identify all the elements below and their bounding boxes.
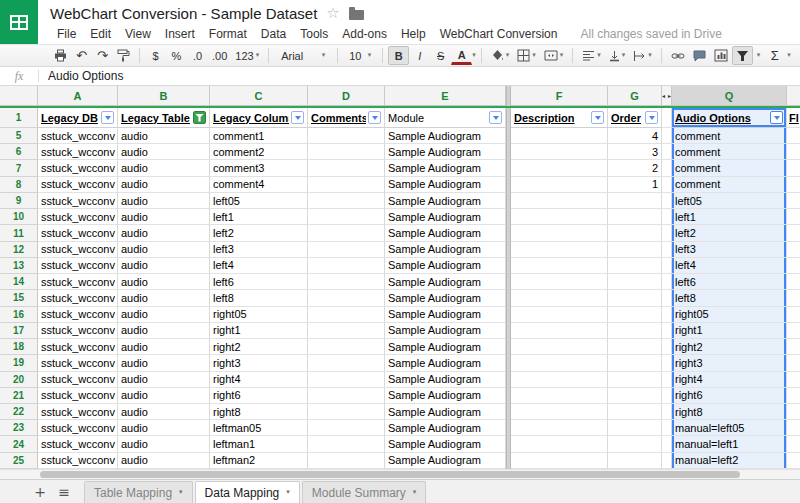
cell-b8[interactable]: audio	[118, 177, 210, 193]
cell-partial-18[interactable]	[787, 339, 800, 355]
cell-c5[interactable]: comment1	[210, 128, 308, 144]
header-cell-a1[interactable]: Legacy DB	[38, 108, 118, 128]
increase-decimals-button[interactable]: .00	[208, 46, 231, 65]
cell-d21[interactable]	[308, 388, 385, 404]
cell-partial-20[interactable]	[787, 372, 800, 388]
cell-f21[interactable]	[511, 388, 608, 404]
cell-f11[interactable]	[511, 225, 608, 241]
cell-e22[interactable]: Sample Audiogram	[385, 404, 506, 420]
merge-cells-button[interactable]: ▾	[540, 46, 568, 65]
cell-c9[interactable]: left05	[210, 193, 308, 209]
cell-a8[interactable]: sstuck_wcconv	[38, 177, 118, 193]
cell-d23[interactable]	[308, 420, 385, 436]
cell-a25[interactable]: sstuck_wcconv	[38, 453, 118, 469]
cell-d12[interactable]	[308, 242, 385, 258]
cell-partial-13[interactable]	[787, 258, 800, 274]
cell-partial-7[interactable]	[787, 160, 800, 176]
cell-d16[interactable]	[308, 307, 385, 323]
cell-g7[interactable]: 2	[608, 160, 662, 176]
cell-b24[interactable]: audio	[118, 436, 210, 452]
cell-g8[interactable]: 1	[608, 177, 662, 193]
cell-f17[interactable]	[511, 323, 608, 339]
cell-g19[interactable]	[608, 355, 662, 371]
cell-partial-6[interactable]	[787, 144, 800, 160]
horizontal-align-button[interactable]: ▾	[578, 46, 605, 65]
cell-a18[interactable]: sstuck_wcconv	[38, 339, 118, 355]
cell-d25[interactable]	[308, 453, 385, 469]
horizontal-scrollbar-thumb[interactable]	[40, 471, 740, 478]
insert-comment-button[interactable]	[689, 46, 710, 65]
cell-e23[interactable]: Sample Audiogram	[385, 420, 506, 436]
cell-q14[interactable]: left6	[672, 274, 787, 290]
cell-f7[interactable]	[511, 160, 608, 176]
menu-format[interactable]: Format	[202, 27, 254, 41]
cell-f10[interactable]	[511, 209, 608, 225]
cell-d22[interactable]	[308, 404, 385, 420]
cell-f19[interactable]	[511, 355, 608, 371]
tab-data-mapping[interactable]: Data Mapping▾	[195, 481, 300, 503]
cell-partial-17[interactable]	[787, 323, 800, 339]
cell-e10[interactable]: Sample Audiogram	[385, 209, 506, 225]
cell-c14[interactable]: left6	[210, 274, 308, 290]
cell-partial-25[interactable]	[787, 453, 800, 469]
cell-a17[interactable]: sstuck_wcconv	[38, 323, 118, 339]
cell-e6[interactable]: Sample Audiogram	[385, 144, 506, 160]
cell-a21[interactable]: sstuck_wcconv	[38, 388, 118, 404]
hidden-columns-left-arrow-icon[interactable]: ◂	[662, 92, 665, 99]
borders-button[interactable]: ▾	[513, 46, 540, 65]
cell-q7[interactable]: comment	[672, 160, 787, 176]
cell-g24[interactable]	[608, 436, 662, 452]
menu-webchart-conversion[interactable]: WebChart Conversion	[433, 27, 565, 41]
row-number[interactable]: 1	[0, 108, 38, 128]
cell-c10[interactable]: left1	[210, 209, 308, 225]
tab-menu-chevron-icon[interactable]: ▾	[413, 489, 417, 496]
cell-e8[interactable]: Sample Audiogram	[385, 177, 506, 193]
print-button[interactable]	[50, 46, 71, 65]
row-number[interactable]: 25	[0, 453, 38, 469]
cell-partial-24[interactable]	[787, 436, 800, 452]
column-header-g[interactable]: G	[608, 86, 662, 106]
row-number[interactable]: 10	[0, 209, 38, 225]
cell-partial-16[interactable]	[787, 307, 800, 323]
cell-q15[interactable]: left8	[672, 290, 787, 306]
cell-g21[interactable]	[608, 388, 662, 404]
cell-q12[interactable]: left3	[672, 242, 787, 258]
cell-b12[interactable]: audio	[118, 242, 210, 258]
cell-c15[interactable]: left8	[210, 290, 308, 306]
cell-g11[interactable]	[608, 225, 662, 241]
cell-b6[interactable]: audio	[118, 144, 210, 160]
fill-color-button[interactable]: ▾	[487, 46, 514, 65]
doc-title[interactable]: WebChart Conversion - Sample Dataset	[50, 5, 317, 22]
cell-f6[interactable]	[511, 144, 608, 160]
cell-a5[interactable]: sstuck_wcconv	[38, 128, 118, 144]
cell-e12[interactable]: Sample Audiogram	[385, 242, 506, 258]
row-number[interactable]: 19	[0, 355, 38, 371]
cell-partial-12[interactable]	[787, 242, 800, 258]
cell-q16[interactable]: right05	[672, 307, 787, 323]
sheets-logo-icon[interactable]	[0, 0, 38, 44]
cell-q8[interactable]: comment	[672, 177, 787, 193]
cell-q25[interactable]: manual=left2	[672, 453, 787, 469]
tab-table-mapping[interactable]: Table Mapping▾	[84, 481, 193, 503]
cell-d6[interactable]	[308, 144, 385, 160]
cell-q17[interactable]: right1	[672, 323, 787, 339]
cell-q20[interactable]: right4	[672, 372, 787, 388]
cell-q5[interactable]: comment	[672, 128, 787, 144]
cell-b14[interactable]: audio	[118, 274, 210, 290]
cell-b10[interactable]: audio	[118, 209, 210, 225]
cell-c16[interactable]: right05	[210, 307, 308, 323]
cell-g12[interactable]	[608, 242, 662, 258]
cell-q18[interactable]: right2	[672, 339, 787, 355]
font-family-select[interactable]: Arial▾	[274, 46, 332, 65]
cell-a14[interactable]: sstuck_wcconv	[38, 274, 118, 290]
column-header-partial[interactable]	[787, 86, 800, 106]
cell-a11[interactable]: sstuck_wcconv	[38, 225, 118, 241]
cell-c24[interactable]: leftman1	[210, 436, 308, 452]
cell-q11[interactable]: left2	[672, 225, 787, 241]
cell-a20[interactable]: sstuck_wcconv	[38, 372, 118, 388]
strikethrough-button[interactable]: S	[430, 46, 451, 65]
menu-edit[interactable]: Edit	[83, 27, 118, 41]
paint-format-button[interactable]	[113, 46, 134, 65]
cell-c23[interactable]: leftman05	[210, 420, 308, 436]
cell-a6[interactable]: sstuck_wcconv	[38, 144, 118, 160]
